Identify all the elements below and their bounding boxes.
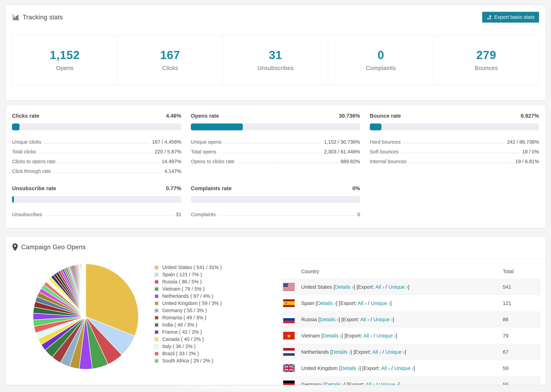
export-all-link[interactable]: All › (358, 300, 367, 306)
stat-row-label: Click through rate (12, 168, 51, 174)
country-name: Germany (301, 382, 322, 385)
country-cell: Spain [Details ›] [Export: All › / Uniqu… (301, 300, 503, 306)
export-all-link[interactable]: All › (381, 365, 390, 371)
details-link[interactable]: Details › (335, 284, 354, 290)
legend-label: South Africa ( 29 / 2% ) (162, 358, 213, 364)
stat-row-label: Clicks to opens rate (12, 159, 56, 164)
stat-row-value: 19 / 6.81% (515, 159, 539, 164)
summary-box: 167 Clicks (117, 35, 223, 85)
map-pin-icon (12, 243, 18, 251)
dotted-leader (401, 153, 520, 153)
dotted-leader (218, 216, 355, 216)
stat-row-label: Unique opens (191, 139, 221, 145)
tracking-stats-title: Tracking stats (12, 14, 63, 21)
geo-opens-pie-chart (31, 262, 141, 371)
legend-item: Vietnam ( 79 / 5% ) (154, 287, 222, 291)
legend-item: South Africa ( 29 / 2% ) (154, 358, 222, 363)
legend-swatch (154, 359, 159, 363)
details-link[interactable]: Details › (332, 349, 350, 355)
country-flag-es (283, 299, 295, 307)
legend-item: Brazil ( 33 / 2% ) (154, 351, 222, 356)
details-link[interactable]: Details › (325, 382, 344, 385)
progress-bar (12, 124, 181, 130)
stat-number: 167 (119, 48, 221, 62)
dotted-leader (58, 163, 160, 163)
stat-row: Unsubscribes 31 (12, 208, 181, 217)
stat-label: Unsubscribes (225, 65, 326, 71)
legend-label: France ( 42 / 2% ) (162, 329, 202, 335)
stat-row-label: Unsubscribes (12, 212, 42, 217)
stat-row-label: Soft bounces (370, 149, 399, 155)
geo-header: Campaign Geo Opens (6, 237, 545, 258)
country-flag-ru (283, 315, 295, 323)
total-value: 67 (503, 349, 541, 355)
stat-label: Opens (14, 65, 116, 71)
export-unique-link[interactable]: Unique › (373, 317, 393, 322)
summary-box: 31 Unsubscribes (223, 35, 328, 85)
details-link[interactable]: Details › (323, 333, 342, 338)
country-flag-gb (283, 364, 295, 372)
geo-opens-table: Country Total United States [Details ›] … (282, 264, 541, 385)
legend-label: Germany ( 55 / 3% ) (162, 308, 207, 313)
rate-value: 30.736% (339, 113, 360, 119)
progress-bar (12, 196, 181, 203)
export-all-link[interactable]: All › (372, 349, 381, 355)
pie-slice-other (85, 264, 86, 317)
country-cell: United States [Details ›] [Export: All ›… (301, 284, 503, 290)
table-header-country: Country (301, 268, 503, 274)
legend-item: Romania ( 49 / 3% ) (154, 315, 222, 320)
stat-row: Total clicks 220 / 5.87% (12, 145, 181, 155)
country-flag-de (283, 381, 295, 385)
pie-legend: United States ( 541 / 31% ) Spain ( 121 … (154, 265, 222, 363)
country-flag-us (283, 283, 295, 291)
export-unique-link[interactable]: Unique › (394, 365, 414, 371)
legend-swatch (154, 337, 159, 342)
summary-box: 279 Bounces (433, 35, 539, 85)
export-all-link[interactable]: All › (360, 317, 369, 322)
legend-label: Russia ( 86 / 5% ) (162, 279, 202, 285)
details-link[interactable]: Details › (340, 365, 359, 371)
legend-label: United Kingdom ( 59 / 3% ) (162, 301, 222, 306)
progress-bar (370, 124, 539, 130)
summary-row: 1,152 Opens167 Clicks31 Unsubscribes0 Co… (12, 35, 539, 85)
legend-swatch (154, 301, 159, 306)
export-all-link[interactable]: All › (375, 284, 384, 290)
export-all-link[interactable]: All › (366, 382, 374, 385)
legend-swatch (154, 323, 159, 327)
table-row: Vietnam [Details ›] [Export: All › / Uni… (282, 328, 541, 344)
geo-content: United States ( 541 / 31% ) Spain ( 121 … (6, 258, 545, 385)
rate-title: Bounce rate (370, 113, 401, 119)
export-unique-link[interactable]: Unique › (385, 349, 405, 355)
export-all-link[interactable]: All › (363, 333, 372, 338)
stat-row: Unique clicks 167 / 4.456% (12, 135, 181, 145)
rate-title: Complaints rate (191, 185, 232, 192)
country-cell: Vietnam [Details ›] [Export: All › / Uni… (301, 333, 503, 339)
dotted-leader (38, 153, 153, 153)
export-unique-link[interactable]: Unique › (376, 333, 396, 338)
stat-row-value: 0 (357, 212, 360, 217)
export-basic-stats-button[interactable]: Export basic stats (482, 12, 539, 23)
legend-swatch (154, 351, 159, 356)
rate-block: Bounce rate 6.927% Hard bounces 242 / 86… (370, 113, 539, 174)
total-value: 86 (503, 317, 541, 322)
legend-label: Canada ( 40 / 2% ) (162, 336, 204, 342)
legend-swatch (154, 287, 159, 291)
dotted-leader (43, 143, 150, 143)
stat-number: 0 (330, 48, 432, 62)
country-name: United States (301, 284, 332, 290)
page-title: Tracking stats (23, 14, 63, 21)
progress-fill (12, 124, 20, 130)
export-unique-link[interactable]: Unique › (371, 300, 390, 306)
export-icon (487, 15, 492, 20)
stat-row: Opens to clicks rate 689.82% (191, 155, 360, 164)
details-link[interactable]: Details › (320, 317, 339, 322)
export-unique-link[interactable]: Unique › (389, 284, 408, 290)
export-unique-link[interactable]: Unique › (379, 382, 398, 385)
details-link[interactable]: Details › (317, 300, 336, 306)
stat-row-value: 220 / 5.87% (155, 149, 181, 155)
table-row: United States [Details ›] [Export: All ›… (282, 279, 541, 295)
legend-item: Germany ( 55 / 3% ) (154, 308, 222, 313)
stat-row-value: 689.82% (340, 159, 360, 164)
legend-label: Italy ( 36 / 2% ) (162, 343, 196, 349)
stat-number: 279 (435, 48, 537, 62)
